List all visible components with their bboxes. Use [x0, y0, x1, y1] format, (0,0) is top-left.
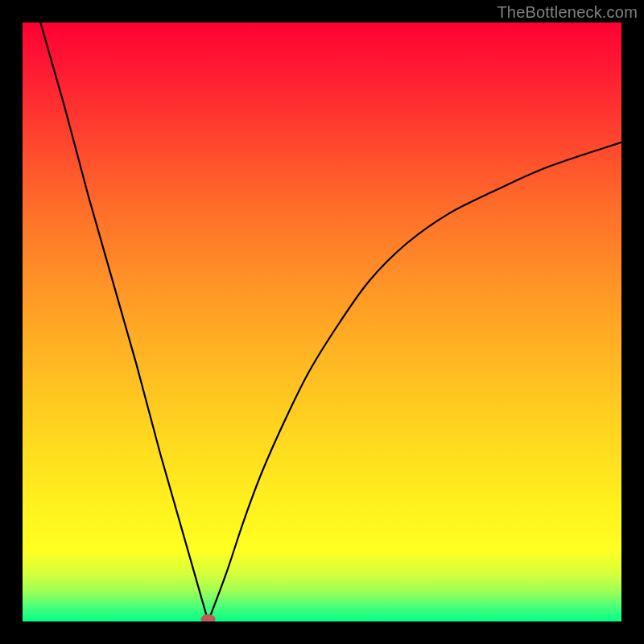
chart-frame: TheBottleneck.com: [0, 0, 644, 644]
bottleneck-curve: [40, 23, 621, 621]
watermark-text: TheBottleneck.com: [497, 3, 638, 22]
curve-layer: [23, 23, 621, 621]
minimum-marker: [201, 614, 216, 621]
plot-area: [23, 23, 621, 621]
